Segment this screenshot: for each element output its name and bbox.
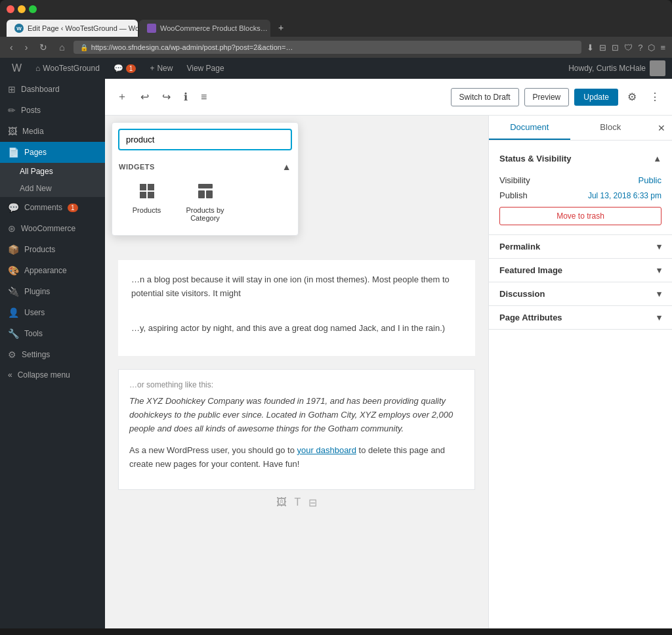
sidebar-item-products[interactable]: 📦 Products [0,239,105,260]
collapse-menu[interactable]: « Collapse menu [0,365,105,385]
featured-image-label: Featured Image [499,265,562,275]
howdy-label: Howdy, Curtis McHale [568,64,646,73]
chevron-up-icon: ▲ [653,154,662,164]
help-icon[interactable]: ? [638,43,642,53]
download-icon[interactable]: ⬇ [587,43,594,53]
inserter-search-area[interactable] [112,123,298,156]
appearance-icon: 🎨 [8,265,19,276]
move-to-trash-button[interactable]: Move to trash [499,207,662,225]
sidebar-item-posts[interactable]: ✏ Posts [0,100,105,121]
page-text-block2: …y, aspiring actor by night, and this av… [131,322,462,336]
back-button[interactable]: ‹ [7,41,16,54]
svg-rect-5 [198,190,205,198]
sidebar-item-appearance[interactable]: 🎨 Appearance [0,260,105,281]
table-icon[interactable]: ⊟ [308,496,317,509]
block-nav-button[interactable]: ≡ [197,87,211,107]
sidebar-item-tools[interactable]: 🔧 Tools [0,323,105,344]
sidebar-label-tools: Tools [24,329,43,338]
text-icon[interactable]: T [295,496,301,509]
bookmarks-icon[interactable]: ⊟ [599,43,606,53]
pages-icon: 📄 [8,147,19,158]
section-header-discussion[interactable]: Discussion ▾ [489,282,672,305]
more-icon: ⋮ [650,91,660,102]
sidebar-item-plugins[interactable]: 🔌 Plugins [0,281,105,302]
add-block-icon: ＋ [117,91,127,102]
sidebar-item-woocommerce[interactable]: ⊛ WooCommerce [0,218,105,239]
block-item-products[interactable]: Products [119,176,175,229]
user-avatar[interactable] [650,60,665,76]
section-header-status[interactable]: Status & Visibility ▲ [489,147,672,170]
switch-to-draft-button[interactable]: Switch to Draft [451,88,519,106]
block-item-products-by-category[interactable]: Products by Category [177,176,233,229]
products-block-icon [138,183,156,204]
wp-logo[interactable]: W [7,62,27,74]
publish-value[interactable]: Jul 13, 2018 6:33 pm [588,191,662,200]
traffic-light-green[interactable] [29,5,37,13]
visibility-label: Visibility [499,175,530,185]
svg-rect-2 [140,192,146,198]
extensions-icon[interactable]: ⬡ [648,43,655,53]
sidebar-item-users[interactable]: 👤 Users [0,302,105,323]
editor-main[interactable]: Widgets ▲ [105,116,488,628]
submenu-all-pages[interactable]: All Pages [0,163,105,180]
add-block-button[interactable]: ＋ [113,86,131,108]
block-nav-icon: ≡ [201,91,207,102]
preview-button[interactable]: Preview [524,88,570,106]
tools-icon: 🔧 [8,328,19,339]
info-button[interactable]: ℹ [180,87,192,107]
new-bar-item[interactable]: + New [144,64,178,73]
block-inserter-popup[interactable]: Widgets ▲ [112,122,299,236]
browser-tab-2[interactable]: WooCommerce Product Blocks… ✕ [139,20,270,37]
sidebar-item-dashboard[interactable]: ⊞ Dashboard [0,79,105,100]
visibility-value[interactable]: Public [639,175,662,185]
image-icon[interactable]: 🖼 [276,496,287,509]
sidebar-item-pages[interactable]: 📄 Pages [0,142,105,163]
sidebar-close-button[interactable]: ✕ [651,116,672,140]
address-bar[interactable]: 🔒 https://woo.sfndesign.ca/wp-admin/post… [74,41,581,54]
view-page-bar-item[interactable]: View Page [181,64,229,73]
shield-icon[interactable]: 🛡 [624,43,633,53]
svg-rect-0 [140,184,146,190]
comments-bar-item[interactable]: 💬 1 [108,64,142,73]
more-options-button[interactable]: ⋮ [646,87,664,107]
section-header-permalink[interactable]: Permalink ▾ [489,235,672,258]
tab-document[interactable]: Document [489,116,570,140]
sidebar-item-media[interactable]: 🖼 Media [0,121,105,142]
dashboard-link[interactable]: your dashboard [297,445,356,455]
traffic-light-yellow[interactable] [18,5,26,13]
sidebar-label-posts: Posts [21,106,41,115]
menu-icon[interactable]: ≡ [660,43,665,53]
italic-paragraph: The XYZ Doohickey Company was founded in… [129,396,453,433]
sidebar-sections: Status & Visibility ▲ Visibility Public … [489,141,672,628]
sidebar-item-comments[interactable]: 💬 Comments 1 [0,197,105,218]
forward-button[interactable]: › [22,41,32,54]
submenu-add-new[interactable]: Add New [0,180,105,197]
sidebar-item-settings[interactable]: ⚙ Settings [0,344,105,365]
url-text: https://woo.sfndesign.ca/wp-admin/post.p… [91,43,293,51]
content-block-main: …or something like this: The XYZ Doohick… [118,369,475,490]
update-button[interactable]: Update [574,89,618,106]
traffic-light-red[interactable] [7,5,14,13]
new-tab-button[interactable]: + [272,18,290,37]
site-name-bar[interactable]: ⌂ WooTestGround [30,64,105,73]
redo-button[interactable]: ↪ [158,87,175,107]
refresh-button[interactable]: ↻ [36,41,51,54]
products-block-name: Products [133,206,161,214]
undo-button[interactable]: ↩ [136,87,153,107]
window-icon[interactable]: ⊡ [612,43,619,53]
section-header-page-attributes[interactable]: Page Attributes ▾ [489,306,672,329]
widgets-section-header[interactable]: Widgets ▲ [119,156,291,176]
tab-block[interactable]: Block [570,116,652,140]
howdy-section: Howdy, Curtis McHale [568,60,665,76]
block-search-input[interactable] [119,129,291,150]
visibility-row: Visibility Public [499,175,662,185]
home-button[interactable]: ⌂ [56,41,68,54]
wp-content: ＋ ↩ ↪ ℹ ≡ Switch to Draft Preview Update… [105,79,672,628]
section-collapse-icon[interactable]: ▲ [282,162,291,172]
settings-toggle-button[interactable]: ⚙ [623,87,640,107]
browser-tab-1[interactable]: W Edit Page ‹ WooTestGround — Wo… ✕ [7,20,138,37]
permalink-chevron-icon: ▾ [657,242,662,252]
address-bar-row: ‹ › ↻ ⌂ 🔒 https://woo.sfndesign.ca/wp-ad… [0,37,672,58]
section-header-featured-image[interactable]: Featured Image ▾ [489,259,672,282]
site-name-label: WooTestGround [43,64,100,73]
